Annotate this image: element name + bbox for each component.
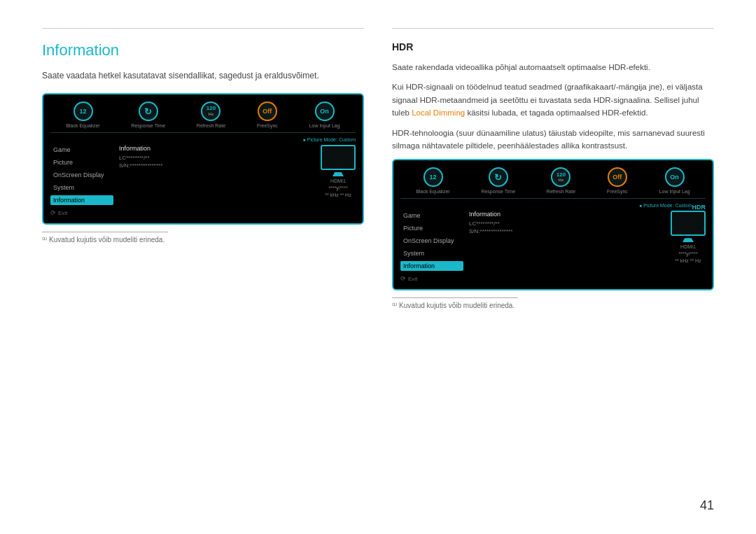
exit-icon-right: ⟳ [400,275,406,282]
menu-item-system-right[interactable]: System [400,248,463,258]
footnote-divider-left [42,232,168,232]
monitor-info-line2-right: ** kHz ** Hz [675,258,701,263]
osd-picture-mode-row-right: ● Picture Mode: Custom HDR [400,203,706,211]
monitor-shape-right [671,211,706,236]
osd-info-panel-left: Information LC********/** S/N:**********… [119,145,315,205]
menu-item-game-left[interactable]: Game [50,145,113,155]
two-column-layout: Information Saate vaadata hetkel kasutat… [42,28,714,513]
osd-content-left: Information LC********/** S/N:**********… [119,145,356,205]
dial-circle-fs-left: Off [258,101,277,121]
dial-freesync-right: Off FreeSync [607,167,628,194]
monitor-info-line2-left: ** kHz ** Hz [325,192,351,197]
osd-picture-mode-left: ● Picture Mode: Custom [50,137,356,142]
dial-circle-fs-right: Off [608,167,627,187]
footnote-right: ⁽¹⁾ Kuvatud kujutis võib mudeliti erined… [392,302,714,309]
monitor-info-line1-right: ****y/**** [678,251,697,256]
footnote-divider-right [392,297,518,298]
dial-circle-lil-right: On [665,167,685,187]
dial-label-be-right: Black Equalizer [416,189,449,194]
dial-label-rt-right: Response Time [481,189,515,194]
osd-content-right: Information LC********/** S/N:**********… [469,211,706,271]
left-column: Information Saate vaadata hetkel kasutat… [42,28,364,513]
exit-label-right: Exit [408,276,417,282]
hdr-paragraph-2: Kui HDR-signaali on töödelnud teatud sea… [392,80,714,119]
osd-info-title-left: Information [119,145,315,152]
dial-label-lil-right: Low Input Lag [659,189,690,194]
dial-circle-be-right: 12 [424,167,443,187]
menu-item-picture-right[interactable]: Picture [400,223,463,233]
highlight-local-dimming: Local Dimming [412,108,465,117]
top-divider-left [42,28,364,29]
osd-info-line1-right: LC********/** [469,220,665,227]
hdr-badge: HDR [692,204,706,211]
dial-circle-rt-left: ↻ [139,101,158,121]
menu-item-game-right[interactable]: Game [400,211,463,220]
dial-black-equalizer-right: 12 Black Equalizer [416,167,449,194]
dial-response-time-left: ↻ Response Time [131,101,165,128]
dial-low-input-lag-right: On Low Input Lag [659,167,690,194]
osd-exit-left[interactable]: ⟳ Exit [50,209,356,216]
picture-mode-value-right: Custom [675,203,692,208]
exit-icon-left: ⟳ [50,209,56,216]
osd-menu-right: Game Picture OnScreen Display System Inf… [400,211,463,271]
monitor-shape-left [321,145,356,170]
menu-item-system-left[interactable]: System [50,183,113,192]
dial-label-lil-left: Low Input Lag [309,123,340,128]
osd-info-line2-right: S/N:*************** [469,228,665,234]
hdr-paragraph-3: HDR-tehnoloogia (suur dünaamiline ulatus… [392,127,714,153]
osd-menu-left: Game Picture OnScreen Display System Inf… [50,145,113,205]
dial-refresh-rate-left: 120Hz Refresh Rate [197,101,225,128]
right-column: HDR Saate rakendada videoallika põhjal a… [392,28,714,513]
picture-mode-value-left: Custom [339,137,356,142]
osd-picture-mode-right: ● Picture Mode: Custom [400,203,692,208]
monitor-info-label-left: HDMI1 [330,178,346,183]
osd-monitor-left: 12 Black Equalizer ↻ Response Time 120Hz… [42,93,364,225]
picture-mode-label-left: ● Picture Mode: [303,137,339,142]
osd-info-title-right: Information [469,211,665,218]
dial-label-be-left: Black Equalizer [66,123,99,128]
osd-monitor-right: 12 Black Equalizer ↻ Response Time 120Hz… [392,159,714,290]
menu-item-information-right[interactable]: Information [400,261,463,271]
osd-monitor-img-right: HDMI1 ****y/**** ** kHz ** Hz [671,211,706,271]
osd-body-right: Game Picture OnScreen Display System Inf… [400,211,706,271]
top-divider-right [392,28,714,29]
monitor-info-line1-left: ****y/**** [328,185,347,190]
page-container: Information Saate vaadata hetkel kasutat… [0,0,756,534]
osd-info-line1-left: LC********/** [119,155,315,161]
dial-response-time-right: ↻ Response Time [481,167,515,194]
page-number: 41 [700,498,714,513]
menu-item-onscreen-left[interactable]: OnScreen Display [50,170,113,180]
monitor-stand-left [332,172,344,176]
monitor-info-label-right: HDMI1 [680,244,696,249]
section-title-information: Information [42,41,364,59]
footnote-left: ⁽¹⁾ Kuvatud kujutis võib mudeliti erined… [42,236,364,244]
dial-freesync-left: Off FreeSync [257,101,278,128]
exit-label-left: Exit [58,210,67,216]
dial-refresh-rate-right: 120Hz Refresh Rate [547,167,575,194]
menu-item-onscreen-right[interactable]: OnScreen Display [400,236,463,246]
dial-label-fs-left: FreeSync [257,123,278,128]
dial-label-rt-left: Response Time [131,123,165,128]
dial-circle-rt-right: ↻ [489,167,508,187]
dial-low-input-lag-left: On Low Input Lag [309,101,340,128]
picture-mode-label-right: ● Picture Mode: [639,203,675,208]
dial-label-rr-right: Refresh Rate [547,189,575,194]
hdr-paragraph-1: Saate rakendada videoallika põhjal autom… [392,61,714,73]
dial-circle-lil-left: On [315,101,335,121]
dial-black-equalizer-left: 12 Black Equalizer [66,101,99,128]
osd-dial-row-left: 12 Black Equalizer ↻ Response Time 120Hz… [50,101,356,133]
dial-label-fs-right: FreeSync [607,189,628,194]
dial-label-rr-left: Refresh Rate [197,123,225,128]
menu-item-picture-left[interactable]: Picture [50,157,113,167]
osd-info-line2-left: S/N:*************** [119,162,315,169]
menu-item-information-left[interactable]: Information [50,195,113,205]
osd-dial-row-right: 12 Black Equalizer ↻ Response Time 120Hz… [400,167,706,199]
osd-exit-right[interactable]: ⟳ Exit [400,275,706,282]
osd-body-left: Game Picture OnScreen Display System Inf… [50,145,356,205]
left-description: Saate vaadata hetkel kasutatavat sisenda… [42,69,364,82]
osd-info-panel-right: Information LC********/** S/N:**********… [469,211,665,271]
osd-monitor-img-left: HDMI1 ****y/**** ** kHz ** Hz [321,145,356,205]
dial-circle-rr-right: 120Hz [551,167,570,187]
dial-circle-be-left: 12 [74,101,93,121]
hdr-subtitle: HDR [392,41,714,52]
